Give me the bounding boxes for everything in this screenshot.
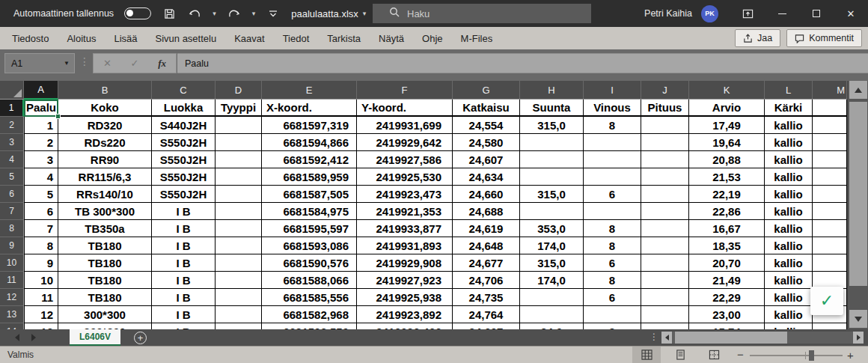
cell-L5[interactable]: kallio <box>765 168 813 186</box>
cell-K3[interactable]: 19,64 <box>689 134 765 151</box>
cell-J4[interactable] <box>641 151 689 168</box>
cell-A9[interactable]: 8 <box>24 237 58 254</box>
cell-I6[interactable]: 6 <box>584 186 641 203</box>
ribbon-tab-lis-[interactable]: Lisää <box>105 27 146 49</box>
cell-A1[interactable]: Paalu <box>24 100 58 117</box>
cell-F8[interactable]: 2419933,877 <box>357 220 453 237</box>
ribbon-tab-aloitus[interactable]: Aloitus <box>58 27 105 49</box>
cell-K14[interactable]: 15,74 <box>689 323 765 329</box>
cell-M10[interactable] <box>813 254 847 272</box>
cell-H14[interactable]: 84,0 <box>520 323 584 329</box>
cell-A8[interactable]: 7 <box>24 220 58 237</box>
cell-D5[interactable] <box>216 168 262 186</box>
cell-F5[interactable]: 2419925,530 <box>357 168 453 186</box>
cell-H10[interactable]: 315,0 <box>520 254 584 272</box>
column-header-H[interactable]: H <box>520 81 584 100</box>
ribbon-tab-tarkista[interactable]: Tarkista <box>318 27 370 49</box>
row-header-7[interactable]: 7 <box>0 203 24 220</box>
cell-M8[interactable] <box>813 220 847 237</box>
cell-C1[interactable]: Luokka <box>152 100 216 117</box>
row-header-10[interactable]: 10 <box>0 254 24 272</box>
cell-I10[interactable]: 6 <box>584 254 641 272</box>
cell-F9[interactable]: 2419931,893 <box>357 237 453 254</box>
cell-L13[interactable]: kallio <box>765 306 813 323</box>
formula-bar-handle[interactable]: ⋮ <box>79 55 90 67</box>
cell-L6[interactable]: kallio <box>765 186 813 203</box>
cell-D4[interactable] <box>216 151 262 168</box>
cell-F4[interactable]: 2419927,586 <box>357 151 453 168</box>
cell-B6[interactable]: RRs140/10 <box>58 186 152 203</box>
cell-G5[interactable]: 24,634 <box>453 168 520 186</box>
cell-B10[interactable]: TB180 <box>58 254 152 272</box>
cell-K1[interactable]: Arvio <box>689 100 765 117</box>
cell-C9[interactable]: I B <box>152 237 216 254</box>
cell-K5[interactable]: 21,53 <box>689 168 765 186</box>
cell-E10[interactable]: 6681590,576 <box>262 254 357 272</box>
horizontal-scrollbar[interactable] <box>661 332 864 344</box>
cell-I12[interactable]: 6 <box>584 289 641 306</box>
column-header-L[interactable]: L <box>765 81 813 100</box>
cell-I8[interactable]: 8 <box>584 220 641 237</box>
cell-M14[interactable] <box>813 323 847 329</box>
cell-G13[interactable]: 24,764 <box>453 306 520 323</box>
ribbon-tab-ohje[interactable]: Ohje <box>413 27 451 49</box>
cell-M2[interactable] <box>813 117 847 134</box>
column-header-F[interactable]: F <box>357 81 453 100</box>
row-header-6[interactable]: 6 <box>0 186 24 203</box>
cell-E9[interactable]: 6681593,086 <box>262 237 357 254</box>
cell-C14[interactable]: I B <box>152 323 216 329</box>
close-button[interactable]: ✕ <box>834 0 868 27</box>
cell-A2[interactable]: 1 <box>24 117 58 134</box>
cell-C8[interactable]: I B <box>152 220 216 237</box>
cell-G9[interactable]: 24,648 <box>453 237 520 254</box>
cell-J6[interactable] <box>641 186 689 203</box>
cell-F14[interactable]: 2419936,466 <box>357 323 453 329</box>
cell-J9[interactable] <box>641 237 689 254</box>
cell-B14[interactable]: 300*300 <box>58 323 152 329</box>
cell-H5[interactable] <box>520 168 584 186</box>
cell-D3[interactable] <box>216 134 262 151</box>
cell-C7[interactable]: I B <box>152 203 216 220</box>
formula-input[interactable]: Paalu <box>177 53 868 73</box>
vertical-scrollbar-thumb[interactable] <box>849 102 867 286</box>
row-header-13[interactable]: 13 <box>0 306 24 323</box>
ribbon-tab-tiedosto[interactable]: Tiedosto <box>3 27 58 49</box>
cell-I7[interactable] <box>584 203 641 220</box>
cell-D10[interactable] <box>216 254 262 272</box>
cell-E6[interactable]: 6681587,505 <box>262 186 357 203</box>
scroll-right-button[interactable] <box>853 332 864 344</box>
cell-J2[interactable] <box>641 117 689 134</box>
cell-A10[interactable]: 9 <box>24 254 58 272</box>
cell-H2[interactable]: 315,0 <box>520 117 584 134</box>
cell-M5[interactable] <box>813 168 847 186</box>
cell-H7[interactable] <box>520 203 584 220</box>
page-layout-view-button[interactable] <box>666 347 694 363</box>
cell-G8[interactable]: 24,619 <box>453 220 520 237</box>
cell-K10[interactable]: 20,70 <box>689 254 765 272</box>
cell-L9[interactable]: kallio <box>765 237 813 254</box>
cell-K13[interactable]: 23,00 <box>689 306 765 323</box>
cell-D13[interactable] <box>216 306 262 323</box>
cell-F7[interactable]: 2419921,353 <box>357 203 453 220</box>
redo-icon[interactable] <box>227 5 242 22</box>
ribbon-tab-tiedot[interactable]: Tiedot <box>274 27 319 49</box>
cell-F6[interactable]: 2419923,473 <box>357 186 453 203</box>
column-header-I[interactable]: I <box>584 81 641 100</box>
cell-B9[interactable]: TB180 <box>58 237 152 254</box>
vertical-scrollbar[interactable] <box>847 81 868 329</box>
cell-C2[interactable]: S440J2H <box>152 117 216 134</box>
row-header-8[interactable]: 8 <box>0 220 24 237</box>
cell-A5[interactable]: 4 <box>24 168 58 186</box>
cell-A11[interactable]: 10 <box>24 272 58 289</box>
cell-C4[interactable]: S550J2H <box>152 151 216 168</box>
cell-K2[interactable]: 17,49 <box>689 117 765 134</box>
tabbar-splitter-handle[interactable]: ⋮ <box>650 332 658 342</box>
cell-L8[interactable]: kallio <box>765 220 813 237</box>
cell-E3[interactable]: 6681594,866 <box>262 134 357 151</box>
cell-B2[interactable]: RD320 <box>58 117 152 134</box>
cell-B3[interactable]: RDs220 <box>58 134 152 151</box>
row-header-1[interactable]: 1 <box>0 100 24 117</box>
cell-M1[interactable] <box>813 100 847 117</box>
cell-L14[interactable]: kallio <box>765 323 813 329</box>
horizontal-scrollbar-thumb[interactable] <box>675 332 787 344</box>
